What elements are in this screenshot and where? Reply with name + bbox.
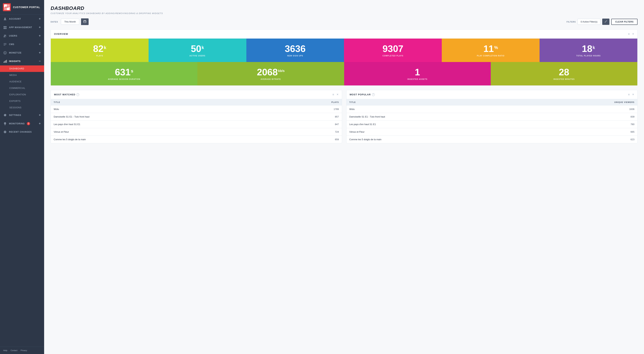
avg-session-duration-label: AVERAGE SESSION DURATION <box>108 78 140 80</box>
users-expand-icon: + <box>39 34 41 38</box>
svg-rect-18 <box>4 61 5 63</box>
edit-filter-icon-button[interactable] <box>602 19 610 25</box>
most-watched-header: MOST WATCHED ? ≡ × <box>51 90 342 99</box>
plays-number: 82k <box>93 44 106 53</box>
active-users-number: 50k <box>191 44 204 53</box>
most-watched-row-plays: 724 <box>272 128 342 136</box>
footer-contact[interactable]: Contact <box>11 349 18 351</box>
overview-widget-header: OVERVIEW ≡ × <box>51 30 637 39</box>
most-watched-row-title: Damoiselle S1 E1 - Tuto front haut <box>51 113 272 121</box>
stat-card-plays: 82k PLAYS <box>51 39 148 62</box>
sidebar-subitem-commercial[interactable]: COMMERCIAL <box>0 85 44 91</box>
stat-card-total-played-hours: 18k TOTAL PLAYED HOURS <box>540 39 637 62</box>
overview-title: OVERVIEW <box>54 33 68 35</box>
overview-widget: OVERVIEW ≡ × 82k PLAYS 50k ACTIVE USERS … <box>50 29 638 86</box>
svg-rect-13 <box>4 44 6 45</box>
completed-plays-label: COMPLETED PLAYS <box>382 55 404 57</box>
most-watched-row: Wùlu 1789 <box>51 105 342 113</box>
most-popular-close-button[interactable]: × <box>632 93 634 96</box>
sidebar-item-monitoring-label: MONITORING <box>9 122 25 125</box>
sidebar-item-insights[interactable]: INSIGHTS − <box>0 57 44 66</box>
svg-rect-14 <box>4 45 6 46</box>
most-popular-row: Damoiselle S1 E1 - Tuto front haut 839 <box>346 113 638 121</box>
most-watched-row-plays: 1789 <box>272 105 342 113</box>
page-subtitle: CUSTOMIZE YOUR ANALYTICS DASHBOARD BY AD… <box>50 12 638 15</box>
app-management-expand-icon: + <box>39 26 41 29</box>
sidebar-item-settings-label: SETTINGS <box>9 114 21 116</box>
stat-card-play-completion-ratio: 11% PLAY COMPLETION RATIO <box>442 39 540 62</box>
most-popular-info-icon: ? <box>372 93 375 96</box>
ingested-assets-label: INGESTED ASSETS <box>407 78 428 80</box>
filter-bar: DATES This Month FILTERS 0 Active Filter… <box>50 18 638 25</box>
sidebar-item-monetize[interactable]: $ MONETIZE + <box>0 49 44 57</box>
most-watched-widget: MOST WATCHED ? ≡ × TITLE PLAYS Wùlu 178 <box>50 90 342 143</box>
new-sign-ups-number: 3636 <box>285 44 306 53</box>
sidebar-subitem-exploration[interactable]: EXPLORATION <box>0 91 44 98</box>
most-watched-info-icon: ? <box>76 93 79 96</box>
most-watched-row: Les pays d'en haut S1 E1 847 <box>51 121 342 128</box>
most-popular-header: MOST POPULAR ? ≡ × <box>346 90 638 99</box>
most-popular-row: Comme les 5 doigts de la main 623 <box>346 136 638 143</box>
plays-label: PLAYS <box>96 55 103 57</box>
svg-rect-8 <box>4 28 5 29</box>
clear-filters-button[interactable]: CLEAR FILTERS <box>611 19 638 25</box>
most-watched-drag-handle[interactable]: ≡ <box>332 93 334 96</box>
sidebar-item-recent-changes[interactable]: RECENT CHANGES <box>0 128 44 136</box>
ingested-minutes-number: 28 <box>559 67 569 77</box>
sidebar-subitem-dashboard[interactable]: DASHBOARD <box>0 66 44 72</box>
most-popular-widget: MOST POPULAR ? ≡ × TITLE UNIQUE VIEWERS … <box>346 90 638 143</box>
monetize-expand-icon: + <box>39 51 41 55</box>
most-watched-row-plays: 659 <box>272 136 342 143</box>
most-watched-close-button[interactable]: × <box>336 93 338 96</box>
most-watched-row-title: Vénus et Fleur <box>51 128 272 136</box>
sidebar-nav: ACCOUNT + APP MANAGEMENT + USERS + CMS <box>0 15 44 346</box>
insights-collapse-icon: − <box>39 59 41 63</box>
sidebar-item-monitoring[interactable]: MONITORING 2 + <box>0 119 44 128</box>
svg-point-11 <box>5 35 6 36</box>
stat-card-avg-bitrate: 2068kb/s AVERAGE BITRATE <box>198 62 344 86</box>
most-popular-drag-handle[interactable]: ≡ <box>628 93 630 96</box>
sidebar-title: CUSTOMER PORTAL <box>13 6 40 9</box>
overview-drag-handle[interactable]: ≡ <box>628 33 630 36</box>
page-title: DASHBOARD <box>50 6 638 11</box>
cms-expand-icon: + <box>39 42 41 46</box>
footer-privacy[interactable]: Privacy <box>21 349 27 351</box>
most-popular-row: Wùlu 1636 <box>346 105 638 113</box>
svg-rect-6 <box>4 26 5 28</box>
sidebar-item-settings[interactable]: SETTINGS + <box>0 111 44 119</box>
footer-help[interactable]: Help <box>3 349 8 351</box>
most-popular-row-viewers: 780 <box>526 121 637 128</box>
sidebar-item-account[interactable]: ACCOUNT + <box>0 15 44 23</box>
most-popular-table: TITLE UNIQUE VIEWERS Wùlu 1636 Damoisell… <box>346 99 638 143</box>
calendar-icon-button[interactable] <box>81 18 88 25</box>
most-watched-col-plays: PLAYS <box>272 99 342 105</box>
play-completion-ratio-label: PLAY COMPLETION RATIO <box>477 55 504 57</box>
sidebar-subitem-audience[interactable]: AUDIENCE <box>0 78 44 85</box>
sidebar: BEE CUSTOMER PORTAL ACCOUNT + APP MANAGE… <box>0 0 44 354</box>
sidebar-subitem-sessions[interactable]: SESSIONS <box>0 104 44 111</box>
sidebar-item-app-management[interactable]: APP MANAGEMENT + <box>0 23 44 32</box>
most-popular-col-viewers: UNIQUE VIEWERS <box>526 99 637 105</box>
sidebar-subitem-media[interactable]: MEDIA <box>0 72 44 78</box>
svg-rect-12 <box>4 43 6 44</box>
monitoring-expand-icon: + <box>39 122 41 125</box>
sidebar-subitem-exports[interactable]: EXPORTS <box>0 98 44 104</box>
date-picker-button[interactable]: This Month <box>61 19 79 25</box>
sidebar-item-users[interactable]: USERS + <box>0 32 44 40</box>
stat-card-ingested-minutes: 28 INGESTED MINUTES <box>491 62 637 86</box>
dates-label: DATES <box>50 21 58 23</box>
stat-card-new-sign-ups: 3636 NEW SIGN UPS <box>246 39 344 62</box>
stat-card-active-users: 50k ACTIVE USERS <box>148 39 246 62</box>
svg-rect-17 <box>4 62 4 63</box>
main-content: DASHBOARD CUSTOMIZE YOUR ANALYTICS DASHB… <box>44 0 644 354</box>
overview-close-button[interactable]: × <box>632 32 634 36</box>
svg-text:BEE: BEE <box>5 6 9 8</box>
most-popular-row-viewers: 623 <box>526 136 637 143</box>
sidebar-item-cms[interactable]: CMS + <box>0 40 44 49</box>
active-filters-button[interactable]: 0 Active Filter(s) <box>578 19 600 25</box>
filter-left: DATES This Month <box>50 18 88 25</box>
most-popular-row-title: Comme les 5 doigts de la main <box>346 136 526 143</box>
total-played-hours-label: TOTAL PLAYED HOURS <box>576 55 600 57</box>
most-popular-row-viewers: 839 <box>526 113 637 121</box>
most-watched-row-plays: 857 <box>272 113 342 121</box>
